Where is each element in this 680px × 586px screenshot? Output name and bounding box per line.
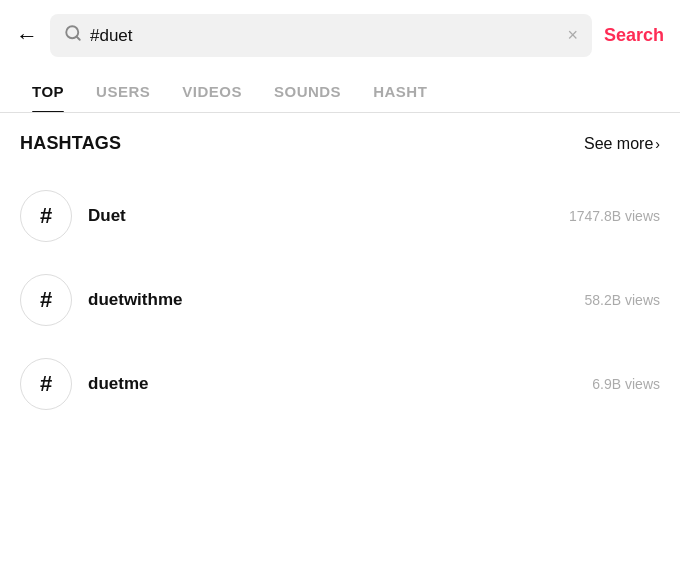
hashtag-views: 6.9B views xyxy=(592,376,660,392)
list-item[interactable]: # duetwithme 58.2B views xyxy=(20,258,660,342)
tabs-bar: TOP USERS VIDEOS SOUNDS HASHT xyxy=(0,71,680,113)
hashtag-list: # Duet 1747.8B views # duetwithme 58.2B … xyxy=(20,174,660,426)
list-item[interactable]: # duetme 6.9B views xyxy=(20,342,660,426)
section-header: HASHTAGS See more › xyxy=(20,133,660,154)
hashtag-name: duetwithme xyxy=(88,290,585,310)
search-icon xyxy=(64,24,82,47)
hashtag-icon: # xyxy=(20,190,72,242)
section-title: HASHTAGS xyxy=(20,133,121,154)
content-area: HASHTAGS See more › # Duet 1747.8B views… xyxy=(0,113,680,446)
hashtag-name: Duet xyxy=(88,206,569,226)
see-more-button[interactable]: See more › xyxy=(584,135,660,153)
clear-button[interactable]: × xyxy=(567,25,578,46)
hashtag-info: duetwithme xyxy=(88,290,585,310)
search-bar: × xyxy=(50,14,592,57)
hash-symbol: # xyxy=(40,371,52,397)
hash-symbol: # xyxy=(40,287,52,313)
hash-symbol: # xyxy=(40,203,52,229)
hashtag-name: duetme xyxy=(88,374,592,394)
back-arrow-icon: ← xyxy=(16,25,38,47)
hashtag-views: 1747.8B views xyxy=(569,208,660,224)
search-button[interactable]: Search xyxy=(604,25,664,46)
hashtag-icon: # xyxy=(20,274,72,326)
header: ← × Search xyxy=(0,0,680,71)
tab-videos[interactable]: VIDEOS xyxy=(166,71,258,112)
hashtag-views: 58.2B views xyxy=(585,292,660,308)
hashtag-icon: # xyxy=(20,358,72,410)
tab-sounds[interactable]: SOUNDS xyxy=(258,71,357,112)
chevron-right-icon: › xyxy=(655,136,660,152)
hashtag-info: duetme xyxy=(88,374,592,394)
see-more-label: See more xyxy=(584,135,653,153)
back-button[interactable]: ← xyxy=(16,25,38,47)
tab-top[interactable]: TOP xyxy=(16,71,80,112)
tab-hashtags[interactable]: HASHT xyxy=(357,71,443,112)
search-input[interactable] xyxy=(90,26,559,46)
hashtag-info: Duet xyxy=(88,206,569,226)
tab-users[interactable]: USERS xyxy=(80,71,166,112)
svg-line-1 xyxy=(76,36,79,39)
list-item[interactable]: # Duet 1747.8B views xyxy=(20,174,660,258)
